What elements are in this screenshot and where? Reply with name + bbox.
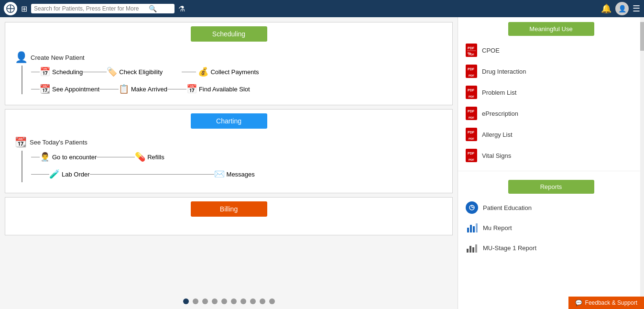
pagination [0, 298, 458, 304]
check-eligibility-label[interactable]: Check Eligibility [119, 68, 163, 76]
svg-rect-28 [475, 244, 477, 253]
mu-report-label: Mu Report [483, 224, 512, 232]
charting-flow: 📆 See Today's Patients 👨‍⚕️ Go to encoun… [5, 132, 452, 188]
scheduling-button[interactable]: Scheduling [191, 26, 267, 42]
svg-rect-9 [466, 86, 477, 99]
patient-education-icon [466, 201, 478, 214]
svg-text:PDF: PDF [468, 46, 475, 50]
filter-icon[interactable]: ⚗ [178, 4, 185, 13]
charting-button[interactable]: Charting [191, 113, 267, 129]
mu-report-icon [466, 221, 478, 234]
svg-rect-22 [470, 225, 472, 232]
create-new-patient-label[interactable]: Create New Patient [31, 54, 85, 61]
eprescription-item[interactable]: PDF ePrescription [458, 103, 644, 124]
drug-interaction-item[interactable]: PDF Drug Interaction [458, 61, 644, 82]
svg-rect-7 [466, 65, 477, 77]
reports-section: Reports Patient Education Mu Report [458, 175, 644, 263]
meaningful-use-button[interactable]: Meaningful Use [508, 22, 594, 36]
grid-icon[interactable]: ⊞ [21, 4, 27, 13]
pagination-dot-6[interactable] [231, 298, 237, 304]
scheduling-flow: 👤 Create New Patient 📅 [5, 45, 452, 100]
scheduling-node-label[interactable]: Scheduling [52, 68, 83, 76]
lab-order-label[interactable]: Lab Order [62, 171, 90, 178]
right-panel: Meaningful Use PDFfile CPOE PDF Drug Int… [458, 17, 644, 309]
see-todays-patients-icon: 📆 [15, 136, 27, 148]
see-appointment-icon: 📆 [40, 84, 50, 94]
pagination-dot-7[interactable] [240, 298, 246, 304]
vital-signs-pdf-icon: PDF [466, 149, 477, 162]
pagination-dot-1[interactable] [183, 298, 189, 304]
meaningful-use-items: PDFfile CPOE PDF Drug Interaction PDF Pr… [458, 40, 644, 166]
svg-rect-26 [469, 246, 471, 253]
scheduling-node-icon: 📅 [40, 66, 50, 77]
svg-rect-11 [466, 107, 477, 120]
go-to-encounter-label[interactable]: Go to encounter [52, 154, 97, 161]
pagination-dot-3[interactable] [202, 298, 208, 304]
svg-rect-23 [473, 226, 475, 232]
main-content: Scheduling 👤 Create New Patient [0, 17, 644, 309]
vital-signs-label: Vital Signs [482, 152, 511, 159]
patient-education-label: Patient Education [483, 204, 532, 211]
pagination-dot-2[interactable] [193, 298, 198, 304]
collect-payments-icon: 💰 [198, 66, 208, 77]
svg-rect-21 [467, 228, 469, 232]
billing-button[interactable]: Billing [191, 201, 267, 217]
pagination-dot-5[interactable] [221, 298, 227, 304]
collect-payments-label[interactable]: Collect Payments [210, 68, 259, 76]
user-avatar[interactable]: 👤 [615, 2, 629, 15]
drug-interaction-label: Drug Interaction [482, 68, 526, 75]
svg-text:PDF: PDF [468, 131, 475, 134]
svg-rect-24 [476, 223, 478, 232]
pagination-dot-4[interactable] [212, 298, 218, 304]
reports-button[interactable]: Reports [508, 180, 594, 194]
mu-report-item[interactable]: Mu Report [458, 218, 644, 238]
svg-rect-13 [466, 128, 477, 141]
svg-text:PDF: PDF [468, 88, 475, 92]
reports-items: Patient Education Mu Report MU-Stage 1 R… [458, 198, 644, 258]
messages-label[interactable]: Messages [227, 171, 255, 178]
patient-education-item[interactable]: Patient Education [458, 198, 644, 218]
svg-rect-25 [467, 249, 469, 253]
scrollbar-thumb[interactable] [640, 22, 644, 51]
search-icon[interactable]: 🔍 [149, 5, 157, 12]
reports-header: Reports [466, 175, 636, 198]
svg-text:PDF: PDF [468, 152, 475, 155]
pagination-dot-9[interactable] [260, 298, 265, 304]
cpoe-item[interactable]: PDFfile CPOE [458, 40, 644, 61]
find-available-slot-icon: 📅 [186, 84, 197, 94]
svg-text:PDF: PDF [468, 110, 475, 113]
problem-list-label: Problem List [482, 89, 516, 96]
mu-stage1-report-item[interactable]: MU-Stage 1 Report [458, 238, 644, 258]
hamburger-menu-icon[interactable]: ☰ [633, 3, 640, 14]
make-arrived-label[interactable]: Make Arrived [131, 86, 167, 93]
charting-section: Charting 📆 See Today's Patients [5, 109, 453, 193]
search-input[interactable] [34, 5, 149, 12]
go-to-encounter-icon: 👨‍⚕️ [40, 152, 50, 162]
svg-rect-15 [466, 149, 477, 162]
refills-label[interactable]: Refills [147, 154, 164, 161]
allergy-list-item[interactable]: PDF Allergy List [458, 124, 644, 145]
pagination-dot-8[interactable] [250, 298, 256, 304]
allergy-list-pdf-icon: PDF [466, 128, 477, 141]
problem-list-pdf-icon: PDF [466, 86, 477, 99]
bell-icon[interactable]: 🔔 [601, 3, 611, 14]
refills-icon: 💊 [135, 152, 145, 162]
logo-icon[interactable] [4, 2, 17, 15]
feedback-label: Feedback & Support [585, 299, 637, 306]
vital-signs-item[interactable]: PDF Vital Signs [458, 145, 644, 166]
svg-rect-3 [466, 44, 477, 56]
svg-text:file: file [468, 52, 471, 55]
right-panel-scrollbar[interactable] [640, 17, 644, 309]
meaningful-use-header: Meaningful Use [466, 17, 636, 40]
see-todays-patients-label[interactable]: See Today's Patients [30, 139, 87, 146]
scheduling-section: Scheduling 👤 Create New Patient [5, 22, 453, 105]
see-appointment-label[interactable]: See Appointment [52, 86, 99, 93]
left-panel: Scheduling 👤 Create New Patient [0, 17, 458, 309]
check-eligibility-icon: 🏷️ [107, 66, 117, 77]
meaningful-use-section: Meaningful Use PDFfile CPOE PDF Drug Int… [458, 17, 644, 171]
feedback-support-button[interactable]: 💬 Feedback & Support [568, 297, 644, 309]
problem-list-item[interactable]: PDF Problem List [458, 82, 644, 103]
pagination-dot-10[interactable] [269, 298, 275, 304]
mu-stage1-report-label: MU-Stage 1 Report [483, 244, 536, 252]
find-available-slot-label[interactable]: Find Available Slot [199, 86, 250, 93]
